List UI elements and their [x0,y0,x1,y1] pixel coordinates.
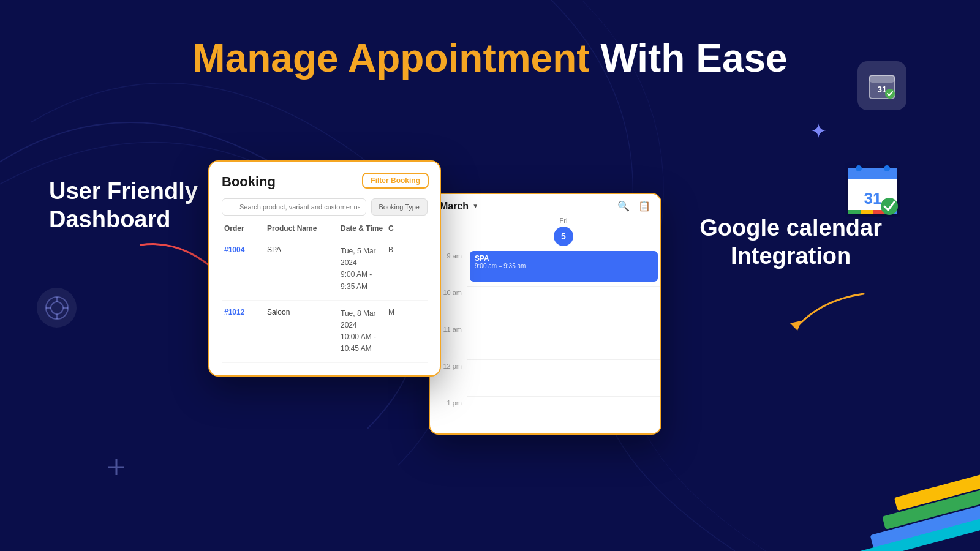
calendar-header-icons: 🔍 📋 [617,200,650,212]
search-input[interactable] [222,198,366,216]
right-label-line1: Google calendar [699,214,882,242]
spa-event[interactable]: SPA 9:00 am – 9:35 am [470,251,658,282]
svg-text:31: 31 [864,189,882,208]
booking-type-filter[interactable]: Booking Type [371,198,428,216]
svg-point-23 [856,165,862,171]
orange-arrow-deco [784,288,870,339]
event-grid-12pm [467,360,660,397]
search-row: 🔍 Booking Type [222,198,428,216]
event-grid-1pm [467,397,660,433]
datetime-1012: Tue, 8 Mar 2024 10:00 AM - 10:45 AM [341,308,388,355]
booking-card: Booking Filter Booking 🔍 Booking Type Or… [208,160,441,377]
right-label: Google calendar Integration [699,214,882,270]
table-row: #1012 Saloon Tue, 8 Mar 2024 10:00 AM - … [222,301,428,363]
google-calendar-icon: 31 [845,162,900,217]
calendar-month-label: March [440,201,469,212]
search-wrap: 🔍 [222,198,366,216]
svg-point-30 [881,198,898,215]
calendar-deco-icon: 31 [858,61,907,110]
order-link-1004[interactable]: #1004 [224,246,267,293]
col4-1004: B [388,246,425,293]
date-1004: Tue, 5 Mar 2024 [341,246,388,269]
event-column: SPA 9:00 am – 9:35 am [467,250,660,433]
product-spa: SPA [267,246,341,293]
col-product: Product Name [267,224,341,233]
svg-rect-19 [848,174,897,179]
order-link-1012[interactable]: #1012 [224,308,267,355]
svg-rect-25 [848,210,861,214]
event-grid-9am: SPA 9:00 am – 9:35 am [467,250,660,287]
svg-point-24 [884,165,890,171]
calendar-card: March ▼ 🔍 📋 Fri 5 9 am 10 am [429,193,662,435]
left-label: User Friendly Dashboard [49,178,198,233]
bottom-stripe-deco [833,459,980,551]
svg-rect-26 [861,210,873,214]
event-grid-10am [467,287,660,323]
spa-event-time: 9:00 am – 9:35 am [475,263,653,269]
title-orange: Manage Appointment [192,36,589,80]
calendar-day-header: March ▼ 🔍 📋 Fri 5 [430,194,660,246]
calendar-body: 9 am 10 am 11 am 12 pm 1 pm SPA 9:00 am … [430,250,660,433]
day-number: 5 [554,227,573,246]
page-wrapper: Manage Appointment With Ease ✦ 31 User F… [0,0,980,551]
filter-booking-badge[interactable]: Filter Booking [362,173,429,189]
datetime-1004: Tue, 5 Mar 2024 9:00 AM - 9:35 AM [341,246,388,293]
gamepad-icon [37,288,77,328]
bookmark-cal-icon[interactable]: 📋 [638,200,650,212]
right-label-line2: Integration [699,242,882,271]
time-1pm: 1 pm [430,397,467,433]
table-row: #1004 SPA Tue, 5 Mar 2024 9:00 AM - 9:35… [222,238,428,301]
product-saloon: Saloon [267,308,341,355]
svg-point-9 [51,302,63,314]
svg-rect-1 [869,75,895,83]
search-cal-icon[interactable]: 🔍 [617,200,630,212]
date-1012: Tue, 8 Mar 2024 [341,308,388,331]
svg-marker-5 [790,321,801,331]
table-header: Order Product Name Date & Time C [222,224,428,238]
left-label-line2: Dashboard [49,206,198,234]
hero-title: Manage Appointment With Ease [0,0,980,80]
star-decoration: ✦ [810,119,827,143]
day-name: Fri [560,217,568,224]
left-label-line1: User Friendly [49,178,198,206]
booking-card-header: Booking Filter Booking [222,174,428,190]
time-1004: 9:00 AM - 9:35 AM [341,269,388,292]
col-other: C [388,224,425,233]
event-grid-11am [467,323,660,360]
calendar-month-selector[interactable]: March ▼ [440,201,478,212]
col-order: Order [224,224,267,233]
time-1012: 10:00 AM - 10:45 AM [341,331,388,354]
spa-event-title: SPA [475,254,653,263]
col-datetime: Date & Time [341,224,388,233]
dropdown-arrow-icon: ▼ [472,203,478,209]
col4-1012: M [388,308,425,355]
day-header-strip: Fri 5 [477,217,650,246]
day-label-fri: Fri 5 [477,217,650,246]
title-white-text: With Ease [600,36,787,80]
plus-decoration [107,458,126,481]
